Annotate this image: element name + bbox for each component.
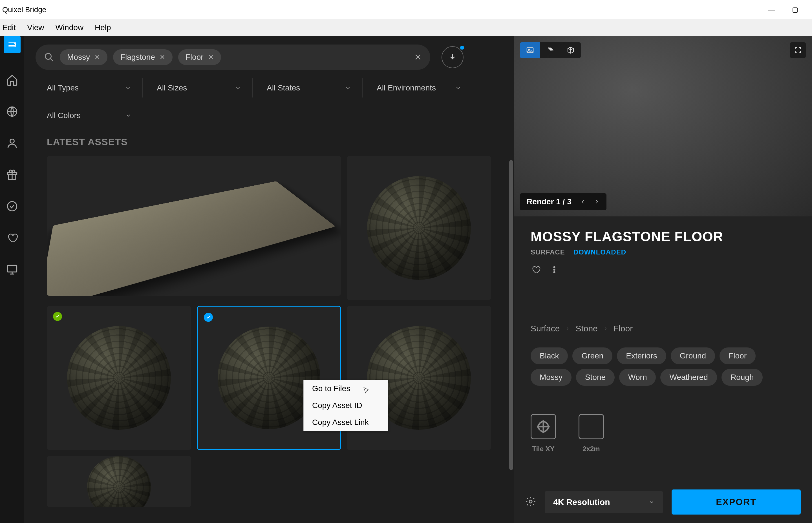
ctx-copy-asset-link[interactable]: Copy Asset Link: [304, 414, 388, 431]
owned-badge-icon: [53, 312, 62, 321]
bridge-logo-icon[interactable]: [4, 36, 21, 53]
fullscreen-icon[interactable]: [790, 42, 806, 58]
tag[interactable]: Mossy: [531, 369, 571, 386]
asset-card[interactable]: [47, 156, 341, 296]
asset-card[interactable]: [347, 156, 491, 300]
asset-title: MOSSY FLAGSTONE FLOOR: [531, 229, 795, 244]
heart-icon[interactable]: [6, 232, 18, 244]
export-button[interactable]: EXPORT: [672, 489, 801, 515]
tag[interactable]: Stone: [576, 369, 615, 386]
asset-status-label: DOWNLOADED: [573, 248, 626, 256]
clear-search-icon[interactable]: ✕: [414, 52, 422, 62]
ctx-copy-asset-id[interactable]: Copy Asset ID: [304, 397, 388, 414]
context-menu: Go to Files Copy Asset ID Copy Asset Lin…: [303, 380, 388, 431]
chevron-right-icon: [565, 326, 570, 331]
downloaded-badge-icon: [204, 313, 213, 322]
more-options-icon[interactable]: [549, 265, 559, 276]
resolution-dropdown[interactable]: 4K Resolution: [545, 491, 663, 513]
filter-types[interactable]: All Types: [36, 78, 143, 97]
user-icon[interactable]: [6, 137, 18, 149]
crumb-surface[interactable]: Surface: [531, 324, 560, 333]
filter-states[interactable]: All States: [255, 78, 363, 97]
tag[interactable]: Floor: [720, 347, 756, 364]
svg-rect-5: [7, 265, 17, 272]
menu-help[interactable]: Help: [95, 23, 111, 32]
svg-point-4: [7, 202, 17, 211]
search-icon: [44, 52, 54, 62]
export-settings-icon[interactable]: [525, 496, 536, 508]
filter-environments[interactable]: All Environments: [366, 78, 473, 97]
menu-view[interactable]: View: [27, 23, 44, 32]
asset-card[interactable]: [47, 306, 191, 450]
titlebar: Quixel Bridge — ▢: [0, 0, 812, 19]
svg-point-10: [554, 269, 555, 271]
menu-window[interactable]: Window: [55, 23, 84, 32]
tag[interactable]: Green: [572, 347, 612, 364]
tag[interactable]: Black: [531, 347, 568, 364]
crumb-floor[interactable]: Floor: [614, 324, 633, 333]
preview-3d-icon[interactable]: [561, 42, 581, 58]
render-nav: Render 1 / 3: [520, 193, 606, 210]
window-title: Quixel Bridge: [2, 5, 46, 14]
check-circle-icon[interactable]: [6, 200, 18, 213]
search-bar[interactable]: Mossy✕ Flagstone✕ Floor✕ ✕: [36, 44, 430, 70]
section-heading: LATEST ASSETS: [24, 133, 514, 153]
tile-size-option[interactable]: 2x2m: [579, 414, 604, 453]
left-rail: [0, 36, 24, 523]
svg-point-9: [554, 267, 555, 268]
next-render-icon[interactable]: [594, 199, 600, 204]
tag[interactable]: Weathered: [660, 369, 717, 386]
preview-image-icon[interactable]: [520, 42, 540, 58]
breadcrumb: Surface Stone Floor: [514, 295, 812, 345]
tag[interactable]: Exteriors: [617, 347, 666, 364]
crumb-stone[interactable]: Stone: [576, 324, 597, 333]
asset-grid: [24, 153, 514, 510]
gift-icon[interactable]: [6, 168, 18, 181]
scrollbar[interactable]: [509, 160, 513, 470]
tag[interactable]: Ground: [671, 347, 715, 364]
menu-edit[interactable]: Edit: [2, 23, 16, 32]
render-counter: Render 1 / 3: [527, 197, 571, 206]
svg-point-11: [554, 272, 555, 273]
search-chip-floor[interactable]: Floor✕: [178, 49, 221, 65]
tag-list: Black Green Exteriors Ground Floor Mossy…: [514, 345, 812, 397]
svg-point-12: [529, 500, 532, 503]
search-chip-mossy[interactable]: Mossy✕: [60, 49, 107, 65]
tile-xy-option[interactable]: Tile XY: [531, 414, 556, 453]
minimize-button[interactable]: —: [768, 6, 775, 14]
chip-remove-icon[interactable]: ✕: [94, 53, 100, 61]
main-content: Mossy✕ Flagstone✕ Floor✕ ✕ All Types All…: [24, 36, 514, 523]
monitor-icon[interactable]: [6, 263, 18, 275]
preview-layers-icon[interactable]: [540, 42, 561, 58]
cursor-icon: [363, 387, 370, 396]
home-icon[interactable]: [6, 74, 18, 86]
download-indicator-dot: [460, 46, 464, 50]
export-bar: 4K Resolution EXPORT: [514, 481, 812, 523]
chip-remove-icon[interactable]: ✕: [208, 53, 214, 61]
filter-colors[interactable]: All Colors: [36, 106, 143, 125]
chip-remove-icon[interactable]: ✕: [160, 53, 165, 61]
asset-card[interactable]: [47, 456, 191, 507]
preview-viewport[interactable]: Render 1 / 3: [514, 36, 812, 216]
chevron-right-icon: [603, 326, 608, 331]
downloads-button[interactable]: [442, 46, 463, 68]
prev-render-icon[interactable]: [580, 199, 586, 204]
tag[interactable]: Rough: [722, 369, 763, 386]
details-panel: Render 1 / 3 MOSSY FLAGSTONE FLOOR SURFA…: [514, 36, 812, 523]
svg-point-1: [10, 139, 14, 143]
globe-icon[interactable]: [6, 105, 18, 118]
favorite-icon[interactable]: [531, 265, 541, 276]
ctx-go-to-files[interactable]: Go to Files: [304, 380, 388, 397]
asset-type-label: SURFACE: [531, 248, 565, 256]
search-chip-flagstone[interactable]: Flagstone✕: [113, 49, 173, 65]
svg-point-6: [46, 54, 51, 59]
maximize-button[interactable]: ▢: [792, 6, 798, 14]
menubar: Edit View Window Help: [0, 19, 812, 36]
filter-sizes[interactable]: All Sizes: [145, 78, 253, 97]
preview-toolbar: [520, 42, 581, 58]
tag[interactable]: Worn: [619, 369, 656, 386]
